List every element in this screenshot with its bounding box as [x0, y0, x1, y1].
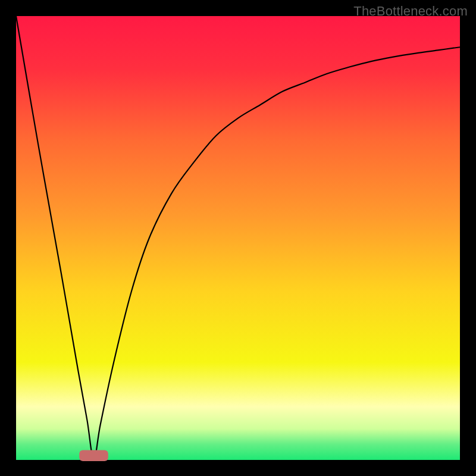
watermark-text: TheBottleneck.com [353, 4, 468, 19]
chart-frame: TheBottleneck.com [0, 0, 476, 476]
bottleneck-plot [0, 0, 476, 476]
sweet-spot-marker [79, 450, 108, 461]
